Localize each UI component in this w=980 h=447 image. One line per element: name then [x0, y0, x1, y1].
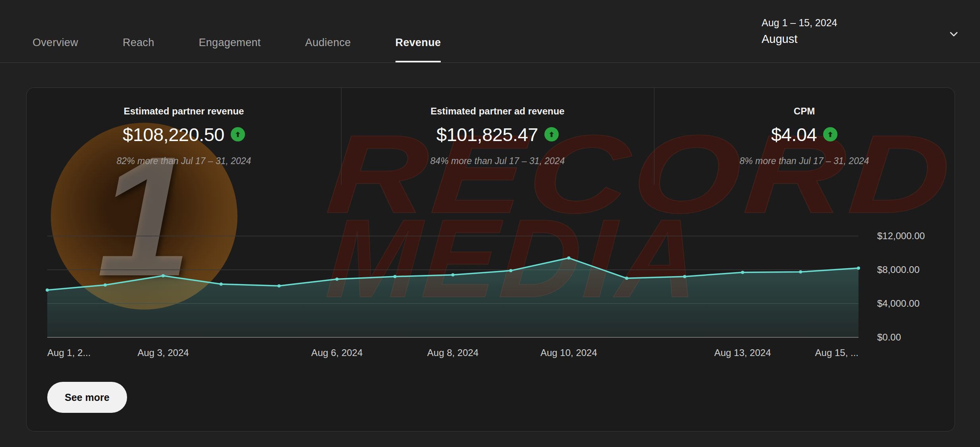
metric-value: $101,825.47: [436, 124, 538, 145]
tab-label: Audience: [305, 37, 351, 49]
tabs: Overview Reach Engagement Audience Reven…: [33, 0, 441, 62]
metric-title: Estimated partner revenue: [124, 105, 244, 117]
x-axis-label: Aug 1, 2...: [47, 347, 91, 359]
tab-revenue[interactable]: Revenue: [395, 0, 441, 62]
date-month-text: August: [762, 31, 837, 47]
tab-label: Engagement: [199, 37, 260, 49]
metric-value-row: $101,825.47: [436, 124, 559, 145]
metric-comparison: 8% more than Jul 17 – 31, 2024: [739, 155, 869, 166]
y-axis-label: $12,000.00: [877, 230, 925, 242]
x-axis-label: Aug 13, 2024: [714, 347, 771, 359]
tab-engagement[interactable]: Engagement: [199, 0, 260, 62]
metric-divider: [654, 88, 654, 185]
metric-estimated-partner-revenue[interactable]: Estimated partner revenue $108,220.50 82…: [27, 88, 341, 185]
x-axis-label: Aug 3, 2024: [137, 347, 189, 359]
tab-overview[interactable]: Overview: [33, 0, 78, 62]
x-axis: Aug 1, 2...Aug 3, 2024Aug 6, 2024Aug 8, …: [47, 347, 858, 360]
x-axis-label: Aug 8, 2024: [427, 347, 478, 359]
trend-up-icon: [231, 127, 245, 141]
x-axis-label: Aug 6, 2024: [311, 347, 363, 359]
metric-summary-row: Estimated partner revenue $108,220.50 82…: [27, 88, 955, 185]
revenue-card-content: Estimated partner revenue $108,220.50 82…: [27, 88, 955, 431]
x-axis-label: Aug 10, 2024: [540, 347, 597, 359]
y-axis-label: $4,000.00: [877, 298, 920, 309]
chevron-down-icon[interactable]: [946, 26, 962, 42]
active-tab-indicator: [395, 61, 441, 62]
metric-value-row: $108,220.50: [123, 124, 245, 145]
metric-comparison: 82% more than Jul 17 – 31, 2024: [117, 155, 251, 166]
analytics-tab-bar: Overview Reach Engagement Audience Reven…: [0, 0, 980, 63]
metric-estimated-partner-ad-revenue[interactable]: Estimated partner ad revenue $101,825.47…: [341, 88, 654, 185]
metric-title: Estimated partner ad revenue: [430, 105, 564, 117]
metric-comparison: 84% more than Jul 17 – 31, 2024: [430, 155, 565, 166]
metric-title: CPM: [794, 105, 815, 117]
y-axis: $12,000.00$8,000.00$4,000.00$0.00: [877, 223, 953, 337]
metric-divider: [341, 88, 341, 185]
youtube-studio-analytics-page: Overview Reach Engagement Audience Reven…: [0, 0, 980, 447]
tab-label: Reach: [123, 37, 154, 49]
metric-value-row: $4.04: [771, 124, 837, 145]
trend-up-icon: [823, 127, 837, 141]
metric-value: $4.04: [771, 124, 817, 145]
revenue-chart[interactable]: [47, 223, 858, 337]
tab-reach[interactable]: Reach: [123, 0, 154, 62]
tab-audience[interactable]: Audience: [305, 0, 351, 62]
metric-value: $108,220.50: [123, 124, 224, 145]
date-range-text: Aug 1 – 15, 2024: [762, 16, 837, 29]
revenue-chart-svg: [47, 223, 858, 337]
date-range-selector[interactable]: Aug 1 – 15, 2024 August: [762, 16, 837, 47]
see-more-button[interactable]: See more: [47, 382, 127, 413]
y-axis-label: $0.00: [877, 332, 901, 343]
y-axis-label: $8,000.00: [877, 264, 920, 275]
tab-label: Overview: [33, 37, 78, 49]
trend-up-icon: [544, 127, 559, 141]
tab-label: Revenue: [395, 37, 441, 49]
x-axis-label: Aug 15, ...: [815, 347, 858, 359]
metric-cpm[interactable]: CPM $4.04 8% more than Jul 17 – 31, 2024: [654, 88, 955, 185]
revenue-card: 1 RECORD MEDIA Estimated partner revenue…: [26, 87, 955, 432]
